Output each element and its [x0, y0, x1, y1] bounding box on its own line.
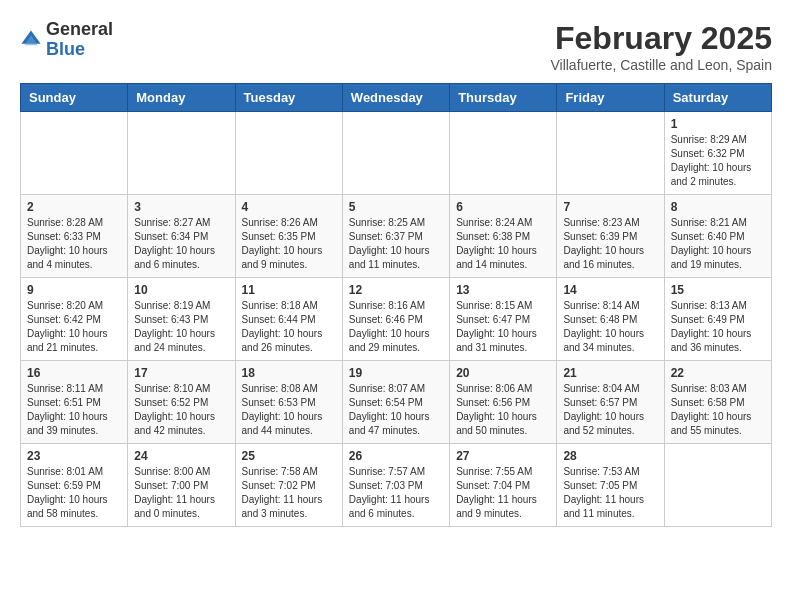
calendar-cell: 15Sunrise: 8:13 AMSunset: 6:49 PMDayligh… [664, 278, 771, 361]
day-number: 6 [456, 200, 550, 214]
day-info: Sunrise: 8:07 AMSunset: 6:54 PMDaylight:… [349, 382, 443, 438]
day-info: Sunrise: 7:58 AMSunset: 7:02 PMDaylight:… [242, 465, 336, 521]
day-info: Sunrise: 8:14 AMSunset: 6:48 PMDaylight:… [563, 299, 657, 355]
calendar-cell: 10Sunrise: 8:19 AMSunset: 6:43 PMDayligh… [128, 278, 235, 361]
page-header: General Blue February 2025 Villafuerte, … [20, 20, 772, 73]
day-info: Sunrise: 8:11 AMSunset: 6:51 PMDaylight:… [27, 382, 121, 438]
calendar-week-row: 23Sunrise: 8:01 AMSunset: 6:59 PMDayligh… [21, 444, 772, 527]
day-number: 2 [27, 200, 121, 214]
day-number: 19 [349, 366, 443, 380]
day-number: 21 [563, 366, 657, 380]
calendar-week-row: 2Sunrise: 8:28 AMSunset: 6:33 PMDaylight… [21, 195, 772, 278]
calendar-cell: 7Sunrise: 8:23 AMSunset: 6:39 PMDaylight… [557, 195, 664, 278]
day-number: 23 [27, 449, 121, 463]
day-info: Sunrise: 8:24 AMSunset: 6:38 PMDaylight:… [456, 216, 550, 272]
weekday-header: Sunday [21, 84, 128, 112]
calendar-cell: 12Sunrise: 8:16 AMSunset: 6:46 PMDayligh… [342, 278, 449, 361]
calendar-cell: 5Sunrise: 8:25 AMSunset: 6:37 PMDaylight… [342, 195, 449, 278]
day-info: Sunrise: 8:29 AMSunset: 6:32 PMDaylight:… [671, 133, 765, 189]
calendar-cell: 22Sunrise: 8:03 AMSunset: 6:58 PMDayligh… [664, 361, 771, 444]
day-number: 22 [671, 366, 765, 380]
day-number: 20 [456, 366, 550, 380]
calendar-cell: 27Sunrise: 7:55 AMSunset: 7:04 PMDayligh… [450, 444, 557, 527]
logo-blue-text: Blue [46, 39, 85, 59]
day-number: 18 [242, 366, 336, 380]
calendar-cell: 28Sunrise: 7:53 AMSunset: 7:05 PMDayligh… [557, 444, 664, 527]
day-info: Sunrise: 7:53 AMSunset: 7:05 PMDaylight:… [563, 465, 657, 521]
day-info: Sunrise: 8:26 AMSunset: 6:35 PMDaylight:… [242, 216, 336, 272]
day-info: Sunrise: 8:20 AMSunset: 6:42 PMDaylight:… [27, 299, 121, 355]
calendar-cell: 11Sunrise: 8:18 AMSunset: 6:44 PMDayligh… [235, 278, 342, 361]
calendar-cell: 19Sunrise: 8:07 AMSunset: 6:54 PMDayligh… [342, 361, 449, 444]
day-info: Sunrise: 8:04 AMSunset: 6:57 PMDaylight:… [563, 382, 657, 438]
day-number: 15 [671, 283, 765, 297]
day-number: 27 [456, 449, 550, 463]
day-info: Sunrise: 8:03 AMSunset: 6:58 PMDaylight:… [671, 382, 765, 438]
day-number: 13 [456, 283, 550, 297]
day-number: 4 [242, 200, 336, 214]
day-info: Sunrise: 8:25 AMSunset: 6:37 PMDaylight:… [349, 216, 443, 272]
logo-icon [20, 29, 42, 51]
calendar-week-row: 1Sunrise: 8:29 AMSunset: 6:32 PMDaylight… [21, 112, 772, 195]
calendar-cell [21, 112, 128, 195]
weekday-header: Friday [557, 84, 664, 112]
calendar-cell: 23Sunrise: 8:01 AMSunset: 6:59 PMDayligh… [21, 444, 128, 527]
calendar-cell: 16Sunrise: 8:11 AMSunset: 6:51 PMDayligh… [21, 361, 128, 444]
day-number: 12 [349, 283, 443, 297]
logo-general-text: General [46, 19, 113, 39]
title-block: February 2025 Villafuerte, Castille and … [550, 20, 772, 73]
calendar-cell [557, 112, 664, 195]
calendar-cell: 14Sunrise: 8:14 AMSunset: 6:48 PMDayligh… [557, 278, 664, 361]
calendar-week-row: 16Sunrise: 8:11 AMSunset: 6:51 PMDayligh… [21, 361, 772, 444]
day-number: 28 [563, 449, 657, 463]
calendar-cell: 1Sunrise: 8:29 AMSunset: 6:32 PMDaylight… [664, 112, 771, 195]
calendar-cell: 17Sunrise: 8:10 AMSunset: 6:52 PMDayligh… [128, 361, 235, 444]
calendar-cell [342, 112, 449, 195]
calendar-cell: 26Sunrise: 7:57 AMSunset: 7:03 PMDayligh… [342, 444, 449, 527]
day-number: 11 [242, 283, 336, 297]
day-info: Sunrise: 8:08 AMSunset: 6:53 PMDaylight:… [242, 382, 336, 438]
weekday-header: Tuesday [235, 84, 342, 112]
calendar-cell: 6Sunrise: 8:24 AMSunset: 6:38 PMDaylight… [450, 195, 557, 278]
day-info: Sunrise: 7:57 AMSunset: 7:03 PMDaylight:… [349, 465, 443, 521]
logo: General Blue [20, 20, 113, 60]
calendar-header-row: SundayMondayTuesdayWednesdayThursdayFrid… [21, 84, 772, 112]
calendar-cell: 24Sunrise: 8:00 AMSunset: 7:00 PMDayligh… [128, 444, 235, 527]
day-number: 1 [671, 117, 765, 131]
calendar-cell: 13Sunrise: 8:15 AMSunset: 6:47 PMDayligh… [450, 278, 557, 361]
calendar-table: SundayMondayTuesdayWednesdayThursdayFrid… [20, 83, 772, 527]
day-number: 16 [27, 366, 121, 380]
calendar-cell: 8Sunrise: 8:21 AMSunset: 6:40 PMDaylight… [664, 195, 771, 278]
day-info: Sunrise: 8:10 AMSunset: 6:52 PMDaylight:… [134, 382, 228, 438]
day-info: Sunrise: 8:18 AMSunset: 6:44 PMDaylight:… [242, 299, 336, 355]
day-number: 3 [134, 200, 228, 214]
day-number: 25 [242, 449, 336, 463]
weekday-header: Saturday [664, 84, 771, 112]
calendar-cell: 20Sunrise: 8:06 AMSunset: 6:56 PMDayligh… [450, 361, 557, 444]
day-number: 9 [27, 283, 121, 297]
day-info: Sunrise: 8:13 AMSunset: 6:49 PMDaylight:… [671, 299, 765, 355]
day-info: Sunrise: 8:19 AMSunset: 6:43 PMDaylight:… [134, 299, 228, 355]
calendar-cell: 3Sunrise: 8:27 AMSunset: 6:34 PMDaylight… [128, 195, 235, 278]
day-info: Sunrise: 8:01 AMSunset: 6:59 PMDaylight:… [27, 465, 121, 521]
calendar-week-row: 9Sunrise: 8:20 AMSunset: 6:42 PMDaylight… [21, 278, 772, 361]
calendar-cell: 2Sunrise: 8:28 AMSunset: 6:33 PMDaylight… [21, 195, 128, 278]
calendar-cell: 9Sunrise: 8:20 AMSunset: 6:42 PMDaylight… [21, 278, 128, 361]
day-number: 14 [563, 283, 657, 297]
day-number: 8 [671, 200, 765, 214]
month-year-title: February 2025 [550, 20, 772, 57]
day-info: Sunrise: 8:21 AMSunset: 6:40 PMDaylight:… [671, 216, 765, 272]
calendar-cell [664, 444, 771, 527]
calendar-cell: 21Sunrise: 8:04 AMSunset: 6:57 PMDayligh… [557, 361, 664, 444]
day-number: 10 [134, 283, 228, 297]
day-info: Sunrise: 8:16 AMSunset: 6:46 PMDaylight:… [349, 299, 443, 355]
day-number: 5 [349, 200, 443, 214]
day-number: 7 [563, 200, 657, 214]
weekday-header: Thursday [450, 84, 557, 112]
day-info: Sunrise: 8:28 AMSunset: 6:33 PMDaylight:… [27, 216, 121, 272]
calendar-cell [450, 112, 557, 195]
day-info: Sunrise: 7:55 AMSunset: 7:04 PMDaylight:… [456, 465, 550, 521]
calendar-cell: 25Sunrise: 7:58 AMSunset: 7:02 PMDayligh… [235, 444, 342, 527]
calendar-cell: 18Sunrise: 8:08 AMSunset: 6:53 PMDayligh… [235, 361, 342, 444]
calendar-cell: 4Sunrise: 8:26 AMSunset: 6:35 PMDaylight… [235, 195, 342, 278]
